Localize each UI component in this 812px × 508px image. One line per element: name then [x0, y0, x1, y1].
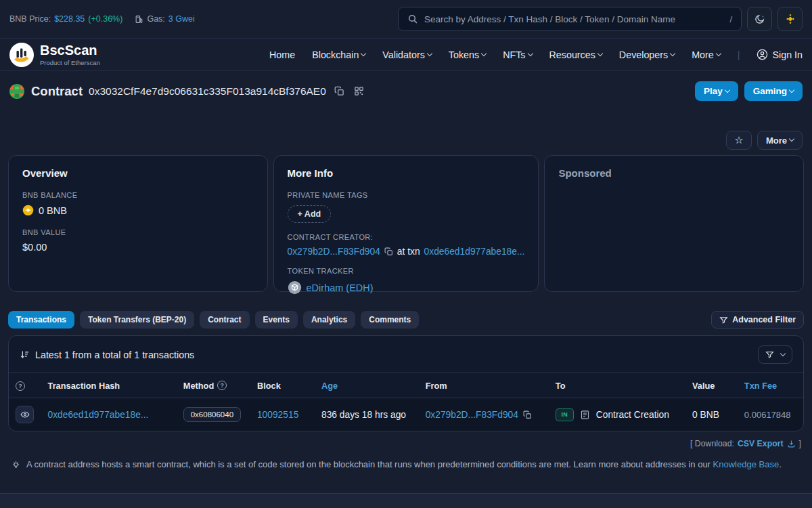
- block-link[interactable]: 10092515: [257, 410, 298, 420]
- download-prefix: [ Download:: [690, 439, 734, 448]
- tab-transactions[interactable]: Transactions: [8, 311, 74, 329]
- chevron-down-icon: [527, 50, 533, 56]
- help-circle-icon[interactable]: ?: [217, 381, 227, 390]
- favorite-button[interactable]: ☆: [726, 131, 752, 150]
- copy-icon[interactable]: [384, 247, 393, 256]
- gas-stat: Gas: 3 Gwei: [135, 14, 194, 24]
- tab-events[interactable]: Events: [255, 311, 298, 329]
- sponsored-title: Sponsored: [558, 167, 790, 179]
- nav-item-tokens[interactable]: Tokens: [449, 49, 486, 60]
- private-name-tags-label: PRIVATE NAME TAGS: [288, 191, 525, 199]
- add-name-tag-button[interactable]: + Add: [288, 205, 332, 223]
- creation-txn-link[interactable]: 0xde6ed1d977abe18e...: [424, 247, 525, 257]
- gaming-button[interactable]: Gaming: [744, 81, 803, 101]
- filter-funnel-icon: [719, 316, 728, 324]
- chevron-down-icon: [361, 50, 366, 56]
- nav-item-blockchain[interactable]: Blockchain: [312, 49, 365, 60]
- play-button-label: Play: [704, 86, 723, 96]
- gas-value[interactable]: 3 Gwei: [168, 14, 195, 24]
- col-transaction-hash: Transaction Hash: [41, 373, 177, 398]
- col-age[interactable]: Age: [315, 373, 419, 398]
- tab-contract[interactable]: Contract: [200, 311, 249, 329]
- transactions-summary: Latest 1 from a total of 1 transactions: [35, 350, 194, 360]
- transactions-table: ? Transaction Hash Method ? Block Age Fr…: [9, 373, 803, 431]
- sort-icon: [20, 350, 30, 360]
- nav-item-label: Resources: [549, 49, 595, 60]
- bnb-value-label: BNB VALUE: [22, 228, 254, 236]
- bscscan-logo[interactable]: BscScan Product of Etherscan: [9, 43, 100, 67]
- tab-token-transfers[interactable]: Token Transfers (BEP-20): [80, 311, 194, 329]
- tab-comments[interactable]: Comments: [361, 311, 419, 329]
- bnb-value-amount: $0.00: [22, 242, 47, 253]
- download-suffix: ]: [799, 439, 801, 448]
- bnb-logo-icon: [784, 13, 796, 25]
- eye-icon: [20, 410, 30, 419]
- age-cell: 836 days 18 hrs ago: [315, 398, 419, 431]
- copy-address-button[interactable]: [333, 85, 346, 98]
- search-icon: [407, 14, 418, 24]
- nav-item-label: NFTs: [503, 49, 525, 60]
- download-row: [ Download: CSV Export ]: [0, 431, 812, 450]
- copy-icon[interactable]: [523, 410, 532, 419]
- at-txn-text: at txn: [397, 247, 420, 257]
- download-icon[interactable]: [787, 440, 796, 448]
- knowledge-base-link[interactable]: Knowledge Base: [713, 459, 780, 469]
- bnb-balance-value: 0 BNB: [39, 205, 67, 216]
- chevron-down-icon: [780, 350, 786, 356]
- value-cell: 0 BNB: [685, 398, 738, 431]
- col-txn-fee[interactable]: Txn Fee: [738, 373, 803, 398]
- nav-item-label: Home: [269, 49, 295, 60]
- col-to: To: [549, 373, 685, 398]
- search-bar[interactable]: /: [398, 7, 742, 31]
- qr-code-button[interactable]: [353, 85, 365, 98]
- table-header-row: ? Transaction Hash Method ? Block Age Fr…: [9, 373, 803, 398]
- more-actions-button[interactable]: More: [757, 131, 803, 150]
- method-badge[interactable]: 0x60806040: [183, 407, 241, 422]
- nav-item-label: Validators: [382, 49, 425, 60]
- chevron-down-icon: [481, 50, 487, 56]
- tab-analytics[interactable]: Analytics: [303, 311, 355, 329]
- chevron-down-icon: [789, 136, 794, 142]
- tx-hash-link[interactable]: 0xde6ed1d977abe18e...: [48, 410, 149, 420]
- network-selector-button[interactable]: [777, 7, 803, 31]
- play-button[interactable]: Play: [695, 81, 738, 101]
- table-filter-button[interactable]: [758, 345, 792, 364]
- theme-toggle-button[interactable]: [747, 7, 772, 31]
- nav-item-label: Blockchain: [312, 49, 359, 60]
- bnb-price-change: (+0.36%): [88, 14, 122, 24]
- advanced-filter-label: Advanced Filter: [732, 315, 796, 324]
- nav-item-home[interactable]: Home: [269, 49, 295, 60]
- more-info-card: More Info PRIVATE NAME TAGS + Add CONTRA…: [273, 155, 539, 292]
- search-input[interactable]: [424, 14, 723, 24]
- copy-icon: [334, 86, 344, 96]
- advanced-filter-button[interactable]: Advanced Filter: [711, 311, 804, 329]
- creator-address-link[interactable]: 0x279b2D...F83Fd904: [288, 247, 380, 257]
- nav-item-label: More: [692, 49, 714, 60]
- nav-item-resources[interactable]: Resources: [549, 49, 602, 60]
- nav-item-more[interactable]: More: [692, 49, 721, 60]
- main-navbar: BscScan Product of Etherscan Home Blockc…: [0, 38, 812, 71]
- nav-item-validators[interactable]: Validators: [382, 49, 432, 60]
- sign-in-button[interactable]: Sign In: [757, 49, 803, 60]
- nav-item-developers[interactable]: Developers: [619, 49, 675, 60]
- tabs-row: Transactions Token Transfers (BEP-20) Co…: [0, 292, 812, 329]
- footer-tip: A contract address hosts a smart contrac…: [0, 450, 812, 470]
- from-address-link[interactable]: 0x279b2D...F83Fd904: [426, 410, 518, 420]
- csv-export-link[interactable]: CSV Export: [738, 439, 784, 448]
- chevron-down-icon: [597, 50, 603, 56]
- col-value: Value: [685, 373, 738, 398]
- help-circle-icon[interactable]: ?: [16, 381, 25, 391]
- bscscan-logo-icon: [9, 43, 34, 67]
- qr-code-icon: [354, 86, 364, 96]
- sponsored-card: Sponsored: [544, 155, 804, 292]
- chevron-down-icon: [670, 50, 675, 56]
- summary-cards: Overview BNB BALANCE 0 BNB BNB VALUE $0.…: [0, 150, 812, 292]
- transaction-row: 0xde6ed1d977abe18e... 0x60806040 1009251…: [9, 398, 803, 431]
- nav-item-nfts[interactable]: NFTs: [503, 49, 532, 60]
- bnb-price-value[interactable]: $228.35: [54, 14, 85, 24]
- direction-in-badge: IN: [556, 408, 574, 421]
- token-tracker-link[interactable]: eDirham (EDH): [307, 282, 374, 293]
- person-icon: [757, 49, 768, 60]
- moon-icon: [754, 14, 765, 25]
- tx-preview-button[interactable]: [16, 406, 34, 423]
